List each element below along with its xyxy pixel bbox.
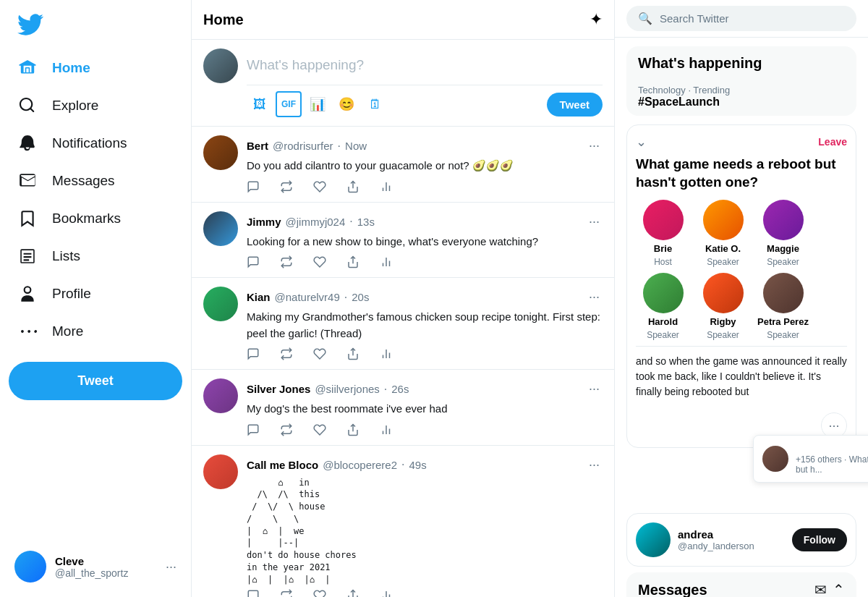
share-button[interactable] (346, 423, 359, 436)
share-button[interactable] (346, 180, 359, 193)
tweet-item[interactable]: Silver Jones @siilverjones · 26s ··· My … (192, 370, 614, 446)
tweet-content: Bert @rodrisurfer · Now ··· Do you add c… (247, 135, 603, 193)
retweet-button[interactable] (280, 180, 293, 193)
like-button[interactable] (313, 347, 326, 360)
retweet-button[interactable] (280, 255, 293, 268)
poll-icon[interactable]: 📊 (305, 91, 331, 117)
sidebar-item-profile[interactable]: Profile (9, 275, 182, 313)
like-button[interactable] (313, 589, 326, 597)
tweet-author-name: Call me Bloco (247, 459, 318, 471)
speaker-role: Speaker (647, 330, 679, 340)
more-icon (17, 321, 38, 342)
sidebar-label-more: More (52, 323, 83, 339)
tweet-header: Silver Jones @siilverjones · 26s ··· (247, 378, 603, 399)
sparkle-icon[interactable]: ✦ (590, 10, 603, 29)
tweet-item[interactable]: Jimmy @jimmyj024 · 13s ··· Looking for a… (192, 203, 614, 279)
share-button[interactable] (346, 255, 359, 268)
sidebar-item-home[interactable]: Home (9, 49, 182, 87)
speaker-item[interactable]: Petra Perez Speaker (756, 273, 810, 340)
trending-item[interactable]: Technology · Trending #SpaceLaunch (626, 77, 856, 116)
compose-placeholder[interactable]: What's happening? (247, 48, 603, 85)
bottom-user-handle: @all_the_sportz (55, 567, 157, 579)
sidebar-label-profile: Profile (52, 286, 91, 302)
schedule-icon[interactable]: 🗓 (362, 91, 388, 117)
spaces-collapse-icon[interactable]: ⌄ (636, 134, 647, 150)
collapse-messages-icon[interactable]: ⌃ (833, 581, 845, 597)
tweet-more-icon[interactable]: ··· (586, 287, 603, 308)
reply-button[interactable] (247, 589, 260, 597)
speaker-item[interactable]: Harold Speaker (636, 273, 690, 340)
share-button[interactable] (346, 589, 359, 597)
speaker-name: Harold (648, 316, 678, 327)
reply-button[interactable] (247, 347, 260, 360)
tweet-avatar (203, 211, 238, 246)
follow-button[interactable]: Follow (792, 528, 847, 551)
right-sidebar: 🔍 What's happening Technology · Trending… (615, 0, 868, 597)
retweet-button[interactable] (280, 423, 293, 436)
tweet-author-handle: @siilverjones (315, 383, 379, 395)
tweet-item[interactable]: Bert @rodrisurfer · Now ··· Do you add c… (192, 127, 614, 203)
sidebar-tweet-button[interactable]: Tweet (9, 362, 182, 400)
tweet-author-name: Kian (247, 291, 271, 303)
stats-button[interactable] (380, 589, 393, 597)
tweet-more-icon[interactable]: ··· (586, 211, 603, 232)
user-profile-bottom[interactable]: Cleve @all_the_sportz ··· (9, 542, 182, 591)
new-message-icon[interactable]: ✉ (814, 581, 827, 597)
toast-subtext: +156 others · What game needs a reboot b… (796, 454, 868, 475)
speaker-item[interactable]: Maggie Speaker (756, 200, 810, 267)
tweet-author-handle: @blocoperere2 (323, 459, 397, 471)
like-button[interactable] (313, 255, 326, 268)
spaces-footer: ··· (636, 407, 847, 439)
reply-button[interactable] (247, 255, 260, 268)
sidebar-item-notifications[interactable]: Notifications (9, 124, 182, 162)
like-button[interactable] (313, 423, 326, 436)
sidebar-item-more[interactable]: More (9, 313, 182, 350)
bookmarks-icon (17, 208, 38, 229)
sidebar-label-notifications: Notifications (52, 135, 127, 151)
tweet-item[interactable]: Kian @naturelvr49 · 20s ··· Making my Gr… (192, 278, 614, 370)
speaker-item[interactable]: Brie Host (636, 200, 690, 267)
emoji-icon[interactable]: 😊 (333, 91, 359, 117)
compose-actions: 🖼 GIF 📊 😊 🗓 Tweet (247, 91, 603, 117)
tweet-more-icon[interactable]: ··· (586, 135, 603, 156)
tweet-actions (247, 589, 603, 597)
compose-tweet-button[interactable]: Tweet (547, 93, 603, 117)
stats-button[interactable] (380, 423, 393, 436)
compose-right: What's happening? 🖼 GIF 📊 😊 🗓 Tweet (247, 48, 603, 117)
sidebar-label-messages: Messages (52, 173, 115, 189)
stats-button[interactable] (380, 255, 393, 268)
tweet-more-icon[interactable]: ··· (586, 378, 603, 399)
twitter-logo[interactable] (9, 6, 182, 46)
whats-happening-title: What's happening (626, 46, 856, 77)
reply-button[interactable] (247, 180, 260, 193)
retweet-button[interactable] (280, 589, 293, 597)
reply-button[interactable] (247, 423, 260, 436)
speaker-item[interactable]: Katie O. Speaker (696, 200, 750, 267)
sidebar-item-messages[interactable]: Messages (9, 162, 182, 200)
sidebar-item-bookmarks[interactable]: Bookmarks (9, 200, 182, 237)
tweet-author-name: Bert (247, 140, 268, 152)
tweet-header: Bert @rodrisurfer · Now ··· (247, 135, 603, 156)
share-button[interactable] (346, 347, 359, 360)
stats-button[interactable] (380, 347, 393, 360)
speaker-avatar (763, 273, 804, 313)
sidebar-item-explore[interactable]: Explore (9, 87, 182, 124)
speaker-item[interactable]: Rigby Speaker (696, 273, 750, 340)
compose-icons: 🖼 GIF 📊 😊 🗓 (247, 91, 388, 117)
follow-suggestion: andrea @andy_landerson Follow (626, 513, 856, 567)
search-input[interactable] (660, 12, 845, 25)
gif-icon[interactable]: GIF (276, 91, 302, 117)
toast-name: ···· Petra Perez (796, 443, 868, 454)
bottom-user-info: Cleve @all_the_sportz (55, 555, 157, 579)
messages-section: Messages ✉ ⌃ (626, 572, 856, 597)
tweet-time: 13s (357, 216, 375, 228)
retweet-button[interactable] (280, 347, 293, 360)
spaces-leave-button[interactable]: Leave (818, 136, 847, 148)
toast-avatar (762, 446, 788, 472)
sidebar-item-lists[interactable]: Lists (9, 237, 182, 275)
image-icon[interactable]: 🖼 (247, 91, 273, 117)
like-button[interactable] (313, 180, 326, 193)
tweet-item[interactable]: Call me Bloco @blocoperere2 · 49s ··· ⌂ … (192, 446, 614, 598)
tweet-more-icon[interactable]: ··· (586, 454, 603, 475)
stats-button[interactable] (380, 180, 393, 193)
